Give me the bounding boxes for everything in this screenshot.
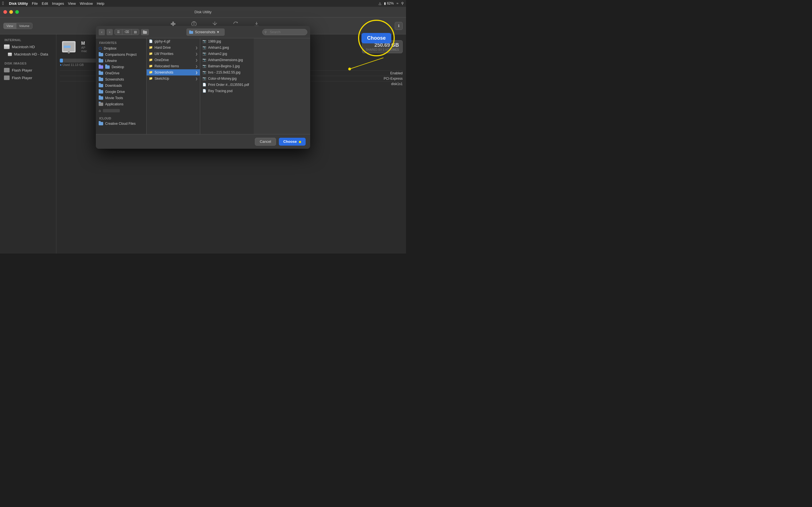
file-item[interactable]: 📄 Print Order #...0135591.pdf [200,82,254,88]
folder-button[interactable] [141,29,149,35]
file-name: Relocated Items [154,64,194,68]
image-icon: 📷 [202,70,206,74]
fav-label [103,109,120,112]
menu-help[interactable]: Help [97,1,104,6]
menu-file[interactable]: File [32,1,38,6]
menubar:  Disk Utility File Edit Images View Win… [0,0,406,7]
choose-button[interactable]: Choose [279,138,306,146]
dialog-view-group: ☰ ⌫ ▤ [114,29,139,35]
file-item[interactable]: 📁 Hard Drive ❯ [147,45,200,51]
search-icon[interactable]: ⚲ [401,1,404,5]
fav-movie-tools[interactable]: Movie Tools [96,95,146,101]
folder-icon: 📁 [149,70,153,74]
file-name: SketchUp [154,76,194,80]
file-name: Arkham2.jpg [208,52,252,56]
file-name: LW Priorities [154,52,194,56]
fav-lifewire[interactable]: Lifewire [96,58,146,64]
file-item[interactable]: 📷 Arkham1.jpeg [200,45,254,51]
file-column-2: 📷 1989.jpg 📷 Arkham1.jpeg 📷 Arkham2.jpg … [200,38,254,134]
folder-icon [99,84,103,87]
folder-icon [99,90,103,94]
image-icon: 📷 [202,40,206,43]
fav-label: Google Drive [105,90,125,94]
file-item[interactable]: 📄 Rey Tracing.psd [200,88,254,94]
file-icon: 📄 [149,40,153,43]
folder-icon: 📁 [149,64,153,68]
location-bar[interactable]: Screenshots ▾ [151,29,260,36]
fav-desktop[interactable]: Desktop [96,64,146,70]
fav-onedrive[interactable]: OneDrive [96,70,146,76]
image-icon: 📷 [202,58,206,62]
fav-label: Comparisons Project [105,53,137,57]
file-item[interactable]: 📷 Arkham2.jpg [200,51,254,57]
file-name: Screenshots [154,70,194,74]
chevron-icon: ❯ [195,71,198,74]
favorites-label: Favorites [96,40,146,45]
file-name: bvs - 215.9x82.55.jpg [208,70,252,74]
forward-button[interactable]: › [107,29,113,35]
folder-icon [99,53,103,56]
chevron-icon: ❯ [195,52,198,55]
menu-edit[interactable]: Edit [42,1,48,6]
folder-icon [99,65,103,69]
file-dialog: ‹ › ☰ ⌫ ▤ Screenshots ▾ ⚲ [96,26,310,149]
dialog-column-view[interactable]: ⌫ [122,29,132,35]
dialog-overlay: ‹ › ☰ ⌫ ▤ Screenshots ▾ ⚲ [0,17,406,253]
file-item[interactable]: 📁 SketchUp ❯ [147,75,200,82]
menu-view[interactable]: View [68,1,76,6]
file-name: Hard Drive [154,46,194,50]
file-item[interactable]: 📁 OneDrive ❯ [147,57,200,63]
file-item[interactable]: 📷 ArkhamDimensions.jpg [200,57,254,63]
file-name: Rey Tracing.psd [208,89,252,93]
menu-window[interactable]: Window [80,1,93,6]
folder-icon [99,96,103,100]
fav-label: Movie Tools [105,96,123,100]
fav-creative-cloud[interactable]: Creative Cloud Files [96,121,146,127]
dialog-gallery-view[interactable]: ▤ [132,29,139,35]
fav-applications[interactable]: Applications [96,101,146,107]
fav-google-drive[interactable]: Google Drive [96,89,146,95]
back-button[interactable]: ‹ [99,29,105,35]
fav-home[interactable]: ⌂ [96,107,146,114]
search-input[interactable] [262,29,307,35]
apple-menu[interactable]:  [2,1,4,6]
file-item[interactable]: 📁 LW Priorities ❯ [147,51,200,57]
menu-images[interactable]: Images [52,1,64,6]
icloud-label: iCloud [96,115,146,121]
fav-comparisons[interactable]: Comparisons Project [96,52,146,58]
folder-icon [99,78,103,81]
fav-screenshots[interactable]: Screenshots [96,76,146,82]
search-wrapper: ⚲ [262,29,307,35]
location-select[interactable]: Screenshots ▾ [186,29,224,36]
file-item[interactable]: 📁 Relocated Items ❯ [147,63,200,69]
fav-dropbox[interactable]: ⬠ Dropbox [96,45,146,52]
file-item[interactable]: 📷 Batman-Begins-1.jpg [200,63,254,69]
dialog-toolbar: ‹ › ☰ ⌫ ▤ Screenshots ▾ ⚲ [96,26,310,38]
maximize-button[interactable] [15,10,19,14]
file-item[interactable]: 📷 1989.jpg [200,38,254,45]
app-name: Disk Utility [9,1,28,6]
image-icon: 📷 [202,46,206,50]
fav-label: Creative Cloud Files [105,122,136,126]
window-title: Disk Utility [195,10,212,14]
file-item[interactable]: 📷 bvs - 215.9x82.55.jpg [200,69,254,75]
dialog-list-view[interactable]: ☰ [115,29,122,35]
folder-icon: 📁 [149,46,153,50]
cancel-button[interactable]: Cancel [255,138,276,146]
folder-icon [99,103,103,106]
chevron-icon: ❯ [195,65,198,68]
fav-label: Applications [105,102,123,106]
close-button[interactable] [3,10,7,14]
folder-icon: 📁 [149,76,153,80]
minimize-button[interactable] [9,10,13,14]
file-item[interactable]: 📄 giphy-4.gif [147,38,200,45]
file-item-screenshots[interactable]: 📁 Screenshots ❯ [147,69,200,75]
fav-label: Desktop [112,65,124,69]
chevron-icon: ❯ [195,77,198,80]
dropbox-icon: △ [378,1,381,5]
image-icon: 📷 [202,52,206,56]
fav-downloads[interactable]: Downloads [96,82,146,89]
file-item[interactable]: 📷 Color-of-Money.jpg [200,75,254,82]
choose-label: Choose [283,139,297,144]
file-name: giphy-4.gif [154,40,198,43]
